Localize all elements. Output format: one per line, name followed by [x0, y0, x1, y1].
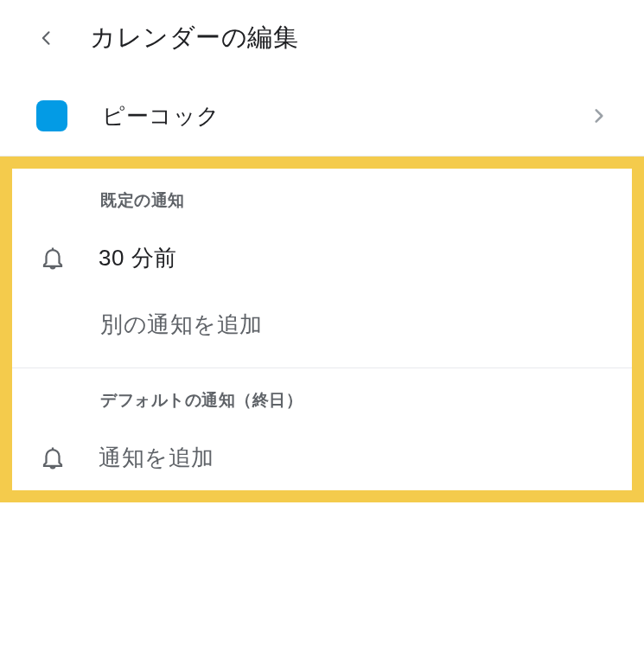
chevron-right-icon [590, 107, 608, 125]
add-all-day-notification-label: 通知を追加 [99, 443, 214, 473]
add-all-day-notification-row[interactable]: 通知を追加 [12, 412, 632, 473]
color-swatch [36, 100, 67, 131]
bell-icon [40, 445, 66, 471]
header: カレンダーの編集 [0, 0, 644, 76]
add-notification-row[interactable]: 別の通知を追加 [12, 273, 632, 340]
bell-icon [40, 246, 66, 272]
calendar-color-row[interactable]: ピーコック [0, 76, 644, 157]
back-icon[interactable] [38, 29, 55, 47]
section-header-all-day: デフォルトの通知（終日） [12, 368, 632, 412]
notification-time-label: 30 分前 [99, 243, 177, 273]
section-header-default: 既定の通知 [12, 169, 632, 212]
all-day-notifications-section: デフォルトの通知（終日） 通知を追加 [12, 368, 632, 490]
default-notifications-section: 既定の通知 30 分前 別の通知を追加 [12, 169, 632, 368]
notification-item[interactable]: 30 分前 [12, 212, 632, 273]
page-title: カレンダーの編集 [90, 21, 298, 55]
notifications-highlight-box: 既定の通知 30 分前 別の通知を追加 デフォルトの通知（終日） 通知を追加 [0, 157, 644, 502]
add-notification-label: 別の通知を追加 [100, 310, 632, 340]
calendar-name-label: ピーコック [102, 101, 556, 131]
